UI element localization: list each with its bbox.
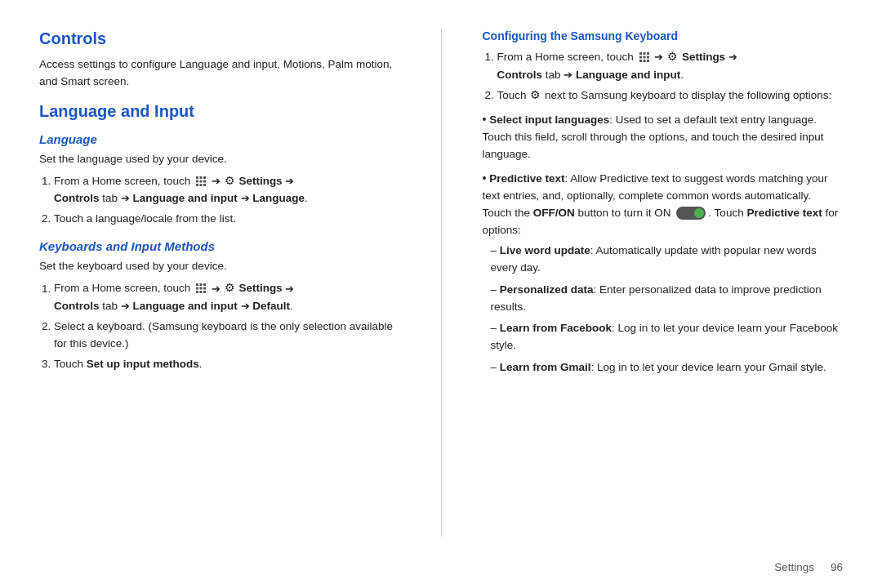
options-list: Select input languages: Used to set a de…: [483, 111, 844, 376]
lang-bold-1: Language: [252, 192, 305, 204]
svg-rect-15: [196, 291, 198, 293]
lang-input-bold-2: Language and input: [133, 300, 241, 312]
controls-bold-1: Controls: [54, 192, 100, 204]
kb-step-2: Select a keyboard. (Samsung keyboard is …: [54, 318, 400, 353]
svg-rect-9: [196, 283, 198, 286]
select-input-bold: Select input languages: [489, 114, 609, 126]
svg-rect-0: [196, 176, 198, 179]
settings-label-3: Settings: [682, 51, 728, 63]
predictive-text-bold2: Predictive text: [746, 207, 822, 219]
footer-label: Settings: [774, 561, 814, 573]
footer-page: 96: [831, 561, 843, 573]
default-bold: Default: [252, 300, 290, 312]
gear-icon-3: ⚙: [667, 48, 678, 66]
svg-rect-19: [643, 52, 645, 55]
svg-rect-23: [647, 56, 649, 58]
svg-rect-18: [639, 52, 642, 55]
lang-input-title: Language and Input: [39, 102, 400, 121]
config-step-2: Touch ⚙ next to Samsung keyboard to disp…: [497, 87, 844, 105]
personalized-bold: Personalized data: [500, 283, 594, 296]
dash-gmail: Learn from Gmail: Log in to let your dev…: [491, 359, 844, 376]
svg-rect-21: [639, 56, 642, 58]
svg-rect-1: [200, 176, 203, 179]
config-steps: From a Home screen, touch ➔: [497, 49, 844, 105]
gear-icon-2: ⚙: [225, 279, 235, 297]
svg-rect-6: [196, 184, 198, 186]
arrow-7: ➔: [121, 298, 130, 314]
language-sub: Language: [39, 132, 400, 146]
dash-facebook: Learn from Facebook: Log in to let your …: [491, 320, 844, 354]
lang-step-1: From a Home screen, touch: [54, 173, 400, 208]
svg-rect-14: [203, 287, 206, 290]
svg-rect-24: [639, 60, 642, 62]
config-step-1: From a Home screen, touch ➔: [497, 49, 844, 84]
lang-input-bold-3: Language and input: [576, 69, 680, 81]
toggle-button[interactable]: [676, 207, 706, 220]
lang-input-section: Language and Input Language Set the lang…: [39, 102, 400, 373]
kb-step-3: Touch Set up input methods.: [54, 356, 400, 373]
gear-icon-4: ⚙: [530, 87, 541, 105]
lang-input-bold-1: Language and input: [133, 192, 241, 204]
facebook-bold: Learn from Facebook: [500, 322, 612, 334]
arrow-8: ➔: [241, 298, 250, 314]
arrow-9: ➔: [654, 49, 663, 65]
svg-rect-11: [203, 283, 206, 286]
setup-methods-bold: Set up input methods: [87, 358, 199, 370]
keyboards-desc: Set the keyboard used by your device.: [39, 258, 400, 275]
bullet-predictive: Predictive text: Allow Predictive text t…: [483, 170, 844, 376]
svg-rect-22: [643, 56, 645, 58]
off-on-bold: OFF/ON: [533, 207, 575, 219]
svg-rect-4: [200, 180, 203, 182]
arrow-3: ➔: [121, 190, 130, 207]
keyboards-steps: From a Home screen, touch: [54, 280, 400, 372]
dash-live-word: Live word update: Automatically update w…: [491, 243, 844, 277]
svg-rect-16: [200, 291, 203, 293]
predictive-bold: Predictive text: [489, 172, 564, 185]
svg-rect-20: [647, 52, 649, 55]
controls-bold-3: Controls: [497, 69, 543, 81]
language-steps: From a Home screen, touch: [54, 173, 400, 229]
lang-step-2: Touch a language/locale from the list.: [54, 211, 400, 228]
column-divider: [441, 29, 442, 537]
tab-text-3: tab: [546, 69, 564, 81]
settings-label-2: Settings: [238, 283, 285, 295]
kb-step-1: From a Home screen, touch: [54, 280, 400, 315]
keyboards-sub: Keyboards and Input Methods: [39, 239, 400, 253]
tab-text-2: tab: [102, 300, 121, 312]
arrow-11: ➔: [564, 67, 572, 83]
controls-bold-2: Controls: [54, 300, 100, 312]
tab-text-1: tab: [102, 192, 121, 204]
svg-rect-26: [647, 60, 649, 62]
arrow-10: ➔: [728, 49, 737, 65]
toggle-knob: [694, 208, 704, 218]
config-title: Configuring the Samsung Keyboard: [483, 29, 844, 42]
dash-personalized: Personalized data: Enter personalized da…: [491, 282, 844, 316]
svg-rect-10: [200, 283, 203, 286]
svg-rect-12: [196, 287, 198, 290]
gear-icon-1: ⚙: [225, 172, 235, 190]
arrow-6: ➔: [285, 281, 294, 297]
gmail-bold: Learn from Gmail: [500, 361, 591, 373]
arrow-5: ➔: [212, 281, 220, 297]
left-column: Controls Access settings to configure La…: [39, 29, 400, 537]
arrow-2: ➔: [285, 173, 294, 189]
svg-rect-17: [203, 291, 206, 293]
right-column: Configuring the Samsung Keyboard From a …: [483, 29, 844, 537]
grid-icon-2: [195, 283, 207, 294]
controls-desc: Access settings to configure Language an…: [39, 56, 400, 91]
svg-rect-7: [200, 184, 203, 186]
svg-rect-25: [643, 60, 645, 62]
svg-rect-2: [203, 176, 206, 179]
controls-section: Controls Access settings to configure La…: [39, 29, 400, 91]
arrow-4: ➔: [241, 190, 250, 207]
live-word-bold: Live word update: [500, 244, 590, 256]
language-desc: Set the language used by your device.: [39, 151, 400, 168]
arrow-1: ➔: [212, 173, 220, 189]
page-footer: Settings 96: [0, 561, 882, 588]
grid-icon-3: [639, 51, 650, 63]
svg-rect-3: [196, 180, 198, 182]
controls-title: Controls: [39, 29, 400, 48]
predictive-sub-list: Live word update: Automatically update w…: [491, 243, 844, 376]
svg-rect-5: [203, 180, 206, 182]
svg-rect-13: [200, 287, 203, 290]
